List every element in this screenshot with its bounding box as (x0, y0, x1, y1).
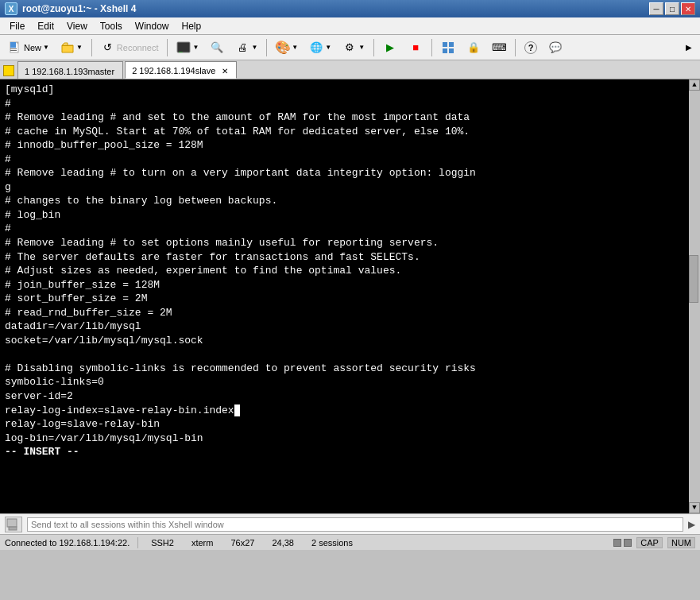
play-icon: ▶ (383, 41, 397, 55)
keyboard-btn[interactable]: ⌨ (487, 37, 511, 58)
terminal-icon: _ (176, 41, 191, 55)
help-btn[interactable]: ? (520, 37, 542, 58)
size-status: 76x27 (226, 538, 259, 548)
scroll-up-btn[interactable]: ▲ (689, 79, 700, 91)
keyboard-icon: ⌨ (492, 41, 506, 55)
print-dropdown-icon[interactable]: ▼ (251, 44, 257, 51)
color-dropdown-icon[interactable]: ▼ (292, 44, 298, 51)
send-icon[interactable] (5, 517, 22, 532)
protocol-status: SSH2 (146, 538, 179, 548)
open-button[interactable]: ▼ (56, 37, 87, 58)
color-icon: 🎨 (276, 41, 290, 55)
window-title: root@zuoyu1:~ - Xshell 4 (22, 3, 136, 14)
menu-file[interactable]: File (3, 19, 31, 33)
open-dropdown-icon[interactable]: ▼ (76, 44, 83, 51)
print-icon: 🖨 (235, 41, 249, 55)
connected-status: Connected to 192.168.1.194:22. (5, 538, 130, 548)
svg-rect-1 (10, 42, 16, 48)
tab-indicator (3, 65, 14, 76)
svg-rect-10 (443, 48, 447, 53)
status-icon-1 (613, 539, 621, 547)
maximize-button[interactable]: □ (665, 2, 679, 15)
svg-rect-3 (10, 48, 17, 49)
config-icon: ⚙ (342, 41, 357, 55)
menu-help[interactable]: Help (176, 19, 208, 33)
term-status: xterm (187, 538, 219, 548)
folder-icon (60, 41, 75, 55)
toolbar: New ▼ ▼ ↺ Reconnect _ ▼ 🔍 🖨 ▼ 🎨 ▼ 🌐 ▼ (0, 35, 700, 60)
svg-rect-13 (9, 527, 17, 530)
num-badge: NUM (667, 537, 695, 548)
svg-rect-9 (449, 42, 454, 47)
caps-badge: CAP (636, 537, 663, 548)
new-button[interactable]: New ▼ (3, 37, 54, 58)
chat-icon: 💬 (548, 41, 563, 55)
scroll-down-btn[interactable]: ▼ (689, 502, 700, 513)
bottom-bar: ▶ (0, 513, 700, 534)
tab-bar: 1 192.168.1.193master 2 192.168.1.194sla… (0, 60, 700, 79)
reconnect-icon: ↺ (101, 41, 115, 55)
zoom-btn[interactable]: 🔍 (205, 37, 229, 58)
title-bar: X root@zuoyu1:~ - Xshell 4 ─ □ ✕ (0, 0, 700, 17)
svg-rect-12 (7, 519, 17, 527)
config-dropdown-icon[interactable]: ▼ (358, 44, 365, 51)
app-icon: X (5, 2, 17, 15)
svg-text:_: _ (179, 45, 183, 52)
grid-icon (441, 41, 455, 55)
svg-rect-4 (10, 50, 17, 51)
help-icon: ? (524, 41, 537, 54)
lock-icon: 🔒 (466, 41, 481, 55)
color-btn[interactable]: 🎨 ▼ (271, 37, 303, 58)
new-label: New (24, 43, 41, 52)
reconnect-button[interactable]: ↺ Reconnect (96, 37, 164, 58)
scrollbar-thumb[interactable] (689, 255, 698, 303)
globe-icon: 🌐 (309, 41, 323, 55)
menu-bar: File Edit View Tools Window Help (0, 17, 700, 35)
sessions-status: 2 sessions (307, 538, 358, 548)
tab-2-label: 2 192.168.1.194slave (132, 66, 215, 75)
stop-icon: ■ (408, 41, 423, 55)
svg-rect-11 (449, 48, 454, 53)
cursor-status: 24,38 (267, 538, 299, 548)
stop-btn[interactable]: ■ (404, 37, 427, 58)
new-icon (8, 41, 22, 55)
tab-2[interactable]: 2 192.168.1.194slave ✕ (125, 61, 237, 79)
menu-edit[interactable]: Edit (31, 19, 60, 33)
zoom-icon: 🔍 (210, 41, 224, 55)
print-btn[interactable]: 🖨 ▼ (230, 37, 262, 58)
scroll-right-arrow[interactable]: ▶ (688, 519, 695, 530)
svg-rect-8 (443, 42, 447, 47)
config-btn[interactable]: ⚙ ▼ (338, 37, 369, 58)
chat-btn[interactable]: 💬 (543, 37, 567, 58)
tab-1-label: 1 192.168.1.193master (25, 67, 114, 76)
menu-window[interactable]: Window (129, 19, 176, 33)
scroll-right-btn[interactable]: ▶ (681, 37, 697, 58)
scrollbar-vertical[interactable]: ▲ ▼ (689, 79, 700, 513)
play-btn[interactable]: ▶ (378, 37, 402, 58)
new-dropdown-icon[interactable]: ▼ (43, 44, 49, 51)
terminal[interactable]: [mysqld] # # Remove leading # and set to… (0, 79, 689, 513)
minimize-button[interactable]: ─ (649, 2, 663, 15)
close-button[interactable]: ✕ (681, 2, 695, 15)
tab-1[interactable]: 1 192.168.1.193master (17, 61, 123, 79)
scrollbar-track[interactable] (689, 91, 700, 502)
lock-btn[interactable]: 🔒 (462, 37, 485, 58)
terminal-btn[interactable]: _ ▼ (172, 37, 203, 58)
globe-dropdown-icon[interactable]: ▼ (325, 44, 331, 51)
status-bar: Connected to 192.168.1.194:22. SSH2 xter… (0, 534, 700, 550)
status-icon-2 (624, 539, 632, 547)
term-dropdown-icon[interactable]: ▼ (192, 44, 199, 51)
grid-btn[interactable] (436, 37, 460, 58)
terminal-wrapper: [mysqld] # # Remove leading # and set to… (0, 79, 700, 513)
send-input[interactable] (27, 517, 683, 532)
globe-btn[interactable]: 🌐 ▼ (304, 37, 336, 58)
menu-tools[interactable]: Tools (94, 19, 129, 33)
menu-view[interactable]: View (60, 19, 94, 33)
reconnect-label: Reconnect (117, 43, 159, 52)
tab-2-close[interactable]: ✕ (222, 67, 228, 75)
